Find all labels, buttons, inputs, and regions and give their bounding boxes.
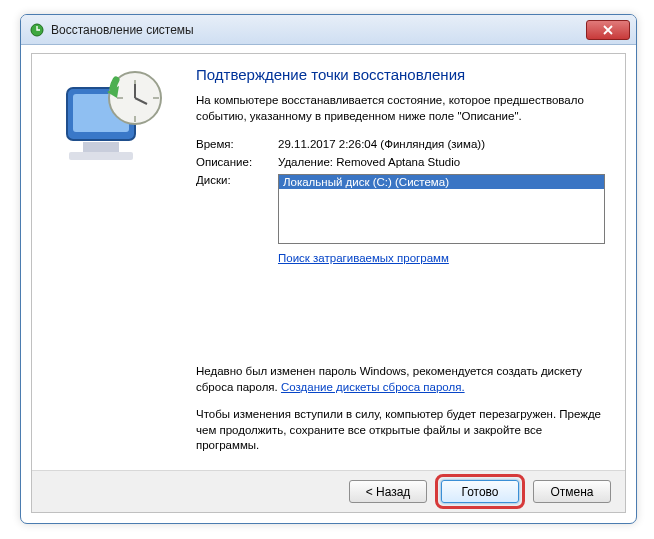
disks-listbox[interactable]: Локальный диск (C:) (Система) bbox=[278, 174, 605, 244]
cancel-button[interactable]: Отмена bbox=[533, 480, 611, 503]
content-area: Подтверждение точки восстановления На ко… bbox=[32, 54, 625, 470]
finish-button[interactable]: Готово bbox=[441, 480, 519, 503]
titlebar[interactable]: Восстановление системы bbox=[21, 15, 636, 45]
restart-notice: Чтобы изменения вступили в силу, компьют… bbox=[196, 407, 605, 454]
close-button[interactable] bbox=[586, 20, 630, 40]
description-label: Описание: bbox=[196, 156, 278, 168]
wizard-footer: < Назад Готово Отмена bbox=[32, 470, 625, 512]
disks-row: Диски: Локальный диск (C:) (Система) bbox=[196, 174, 605, 244]
wizard-panel: Подтверждение точки восстановления На ко… bbox=[31, 53, 626, 513]
svg-rect-4 bbox=[69, 152, 133, 160]
back-button[interactable]: < Назад bbox=[349, 480, 427, 503]
dialog-window: Восстановление системы bbox=[20, 14, 637, 524]
close-icon bbox=[603, 25, 613, 35]
page-description: На компьютере восстанавливается состояни… bbox=[196, 93, 605, 124]
disks-item-selected[interactable]: Локальный диск (C:) (Система) bbox=[279, 175, 604, 189]
sidebar-graphic bbox=[32, 54, 196, 470]
time-label: Время: bbox=[196, 138, 278, 150]
finish-highlight: Готово bbox=[435, 474, 525, 509]
main-content: Подтверждение точки восстановления На ко… bbox=[196, 54, 625, 470]
description-value: Удаление: Removed Aptana Studio bbox=[278, 156, 460, 168]
scan-programs-link[interactable]: Поиск затрагиваемых программ bbox=[278, 252, 449, 264]
page-heading: Подтверждение точки восстановления bbox=[196, 66, 605, 83]
restore-graphic-icon bbox=[49, 66, 179, 186]
scan-row: Поиск затрагиваемых программ bbox=[196, 252, 605, 264]
description-row: Описание: Удаление: Removed Aptana Studi… bbox=[196, 156, 605, 168]
window-title: Восстановление системы bbox=[51, 23, 194, 37]
password-reset-link[interactable]: Создание дискеты сброса пароля. bbox=[281, 381, 465, 393]
password-notice: Недавно был изменен пароль Windows, реко… bbox=[196, 364, 605, 395]
time-row: Время: 29.11.2017 2:26:04 (Финляндия (зи… bbox=[196, 138, 605, 150]
time-value: 29.11.2017 2:26:04 (Финляндия (зима)) bbox=[278, 138, 485, 150]
svg-rect-3 bbox=[83, 142, 119, 152]
disks-label: Диски: bbox=[196, 174, 278, 244]
restore-icon bbox=[29, 22, 45, 38]
